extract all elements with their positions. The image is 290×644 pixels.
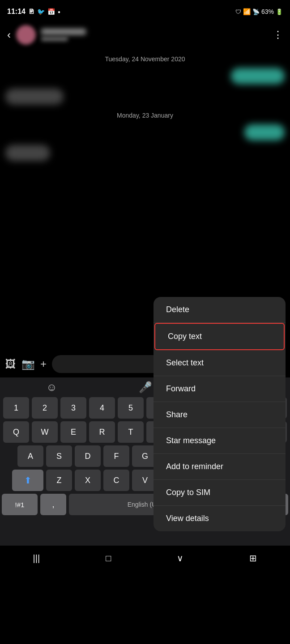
key-c[interactable]: C — [103, 470, 129, 491]
menu-item-copy-to-sim[interactable]: Copy to SIM — [154, 480, 286, 506]
message-bubble — [244, 124, 285, 140]
key-4[interactable]: 4 — [89, 397, 115, 419]
context-menu: Delete Copy text Select text Forward Sha… — [154, 297, 286, 531]
message-bubble — [5, 89, 64, 105]
more-options-button[interactable]: ⋮ — [273, 29, 283, 41]
contact-info — [41, 29, 268, 41]
message-row — [5, 68, 285, 84]
status-time: 11:14 🖹 🐦 📅 ● — [7, 8, 60, 16]
key-f[interactable]: F — [103, 445, 129, 467]
key-q[interactable]: Q — [3, 421, 29, 443]
shift-button[interactable]: ⬆ — [12, 470, 43, 491]
shield-icon: 🛡 — [235, 8, 241, 15]
key-3[interactable]: 3 — [60, 397, 86, 419]
key-2[interactable]: 2 — [32, 397, 58, 419]
menu-item-copy-text[interactable]: Copy text — [154, 323, 285, 350]
shift-arrow-icon: ⬆ — [24, 475, 32, 486]
gallery-button[interactable]: 🖼 — [5, 358, 16, 370]
back-button[interactable]: ‹ — [7, 29, 11, 41]
menu-item-select-text[interactable]: Select text — [154, 350, 286, 376]
battery-icon: 🔋 — [276, 8, 283, 15]
message-row — [5, 124, 285, 140]
key-r[interactable]: R — [89, 421, 115, 443]
wifi-icon: 📶 — [243, 8, 251, 15]
menu-item-star-message[interactable]: Star message — [154, 428, 286, 454]
avatar — [16, 25, 36, 45]
msg-icon: 🖹 — [28, 8, 34, 15]
key-t[interactable]: T — [118, 421, 144, 443]
status-right: 🛡 📶 📡 63% 🔋 — [235, 8, 283, 15]
nav-bar: ||| □ ∨ ⊞ — [0, 546, 290, 571]
time-text: 11:14 — [7, 8, 26, 16]
dot-icon: ● — [58, 9, 60, 14]
key-z[interactable]: Z — [46, 470, 72, 491]
menu-item-view-details[interactable]: View details — [154, 506, 286, 531]
menu-item-add-to-reminder[interactable]: Add to reminder — [154, 454, 286, 480]
menu-item-forward[interactable]: Forward — [154, 376, 286, 402]
key-comma[interactable]: , — [40, 494, 66, 515]
emoji-button[interactable]: ☺ — [46, 381, 57, 394]
contact-name-blur — [41, 29, 86, 35]
camera-button[interactable]: 📷 — [21, 358, 35, 370]
twitter-icon: 🐦 — [37, 8, 45, 15]
message-bubble — [231, 68, 285, 84]
back-nav-button[interactable]: ∨ — [177, 553, 183, 564]
calendar-icon: 📅 — [47, 8, 55, 15]
keyboard-nav-button[interactable]: ⊞ — [249, 553, 257, 564]
key-5[interactable]: 5 — [118, 397, 144, 419]
date-label-1: Tuesday, 24 November 2020 — [5, 55, 285, 63]
menu-item-delete[interactable]: Delete — [154, 297, 286, 323]
key-s[interactable]: S — [46, 445, 72, 467]
contact-status-blur — [41, 37, 68, 41]
key-1[interactable]: 1 — [3, 397, 29, 419]
chat-body: Tuesday, 24 November 2020 Monday, 23 Jan… — [0, 55, 290, 351]
chat-header: ‹ ⋮ — [0, 21, 290, 48]
attachment-button[interactable]: + — [40, 358, 47, 370]
mic-button[interactable]: 🎤 — [139, 381, 152, 394]
status-bar: 11:14 🖹 🐦 📅 ● 🛡 📶 📡 63% 🔋 — [0, 0, 290, 21]
signal-icon: 📡 — [252, 8, 260, 15]
message-row — [5, 145, 285, 161]
battery-text: 63% — [261, 8, 274, 15]
menu-item-share[interactable]: Share — [154, 402, 286, 428]
home-button[interactable]: □ — [106, 553, 111, 564]
key-w[interactable]: W — [32, 421, 58, 443]
key-a[interactable]: A — [17, 445, 43, 467]
special-chars-button[interactable]: !#1 — [2, 494, 38, 515]
key-x[interactable]: X — [75, 470, 101, 491]
date-label-2: Monday, 23 January — [5, 112, 285, 119]
key-d[interactable]: D — [75, 445, 101, 467]
key-e[interactable]: E — [60, 421, 86, 443]
message-row — [5, 89, 285, 105]
recents-button[interactable]: ||| — [33, 553, 40, 564]
message-bubble — [5, 145, 50, 161]
